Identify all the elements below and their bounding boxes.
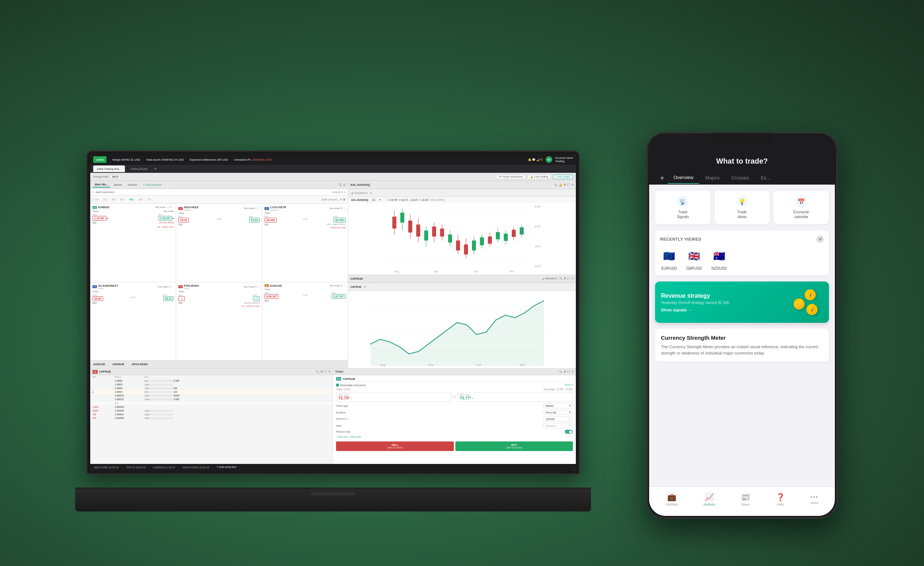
account-avatar[interactable]: AT — [546, 156, 552, 163]
ticket-expand[interactable]: ⛶ — [567, 370, 570, 373]
aal-search-icon[interactable]: 🔍 — [554, 183, 557, 186]
tab-add[interactable]: + — [153, 166, 158, 171]
amount-200: 200 — [103, 198, 107, 201]
depth-search[interactable]: 🔍 — [316, 370, 319, 373]
nav-help[interactable]: ❓ Help — [776, 492, 785, 506]
ticket-settings[interactable]: ⚙ — [564, 370, 566, 373]
ticket-close[interactable]: ✕ — [572, 370, 574, 373]
sell-execute-btn[interactable]: SELLLIMIT @ 100'000 — [336, 441, 454, 451]
five-sell-btn[interactable]: --- — [178, 296, 185, 301]
cov-sell-btn[interactable]: 46.450 — [264, 218, 277, 222]
depth-settings[interactable]: ⚙ — [321, 370, 323, 373]
aal-settings-icon[interactable]: ⚙ — [564, 183, 566, 186]
ask-1: 5.5M — [174, 380, 196, 382]
show-signals-btn[interactable]: Show signals → — [661, 308, 786, 312]
chfrub-indicators[interactable]: 📊 Indicators — [541, 277, 557, 280]
sell-arrow[interactable]: ▾ — [350, 397, 351, 399]
phone-star-btn[interactable]: ★ — [657, 171, 668, 184]
ticket-range-row: Today -0.31% Day range: 73.756 - 74.901 — [336, 388, 573, 390]
stoploss-btn[interactable]: + Stop loss / Take profit — [336, 435, 361, 439]
accor-buy-btn[interactable]: 26.41 — [163, 296, 174, 301]
deliverable-checkbox[interactable]: ✓ — [336, 384, 339, 387]
revenue-banner[interactable]: Revenue strategy Yesterday Dronoff strat… — [655, 282, 829, 323]
currency-nzdusd[interactable]: 🇦🇺 NZDUSD — [710, 247, 728, 270]
currency-eurusd[interactable]: 🇪🇺 EURUSD — [660, 247, 678, 270]
add-widget-btn[interactable]: + Add widget — [553, 175, 573, 179]
recently-viewed-close[interactable]: ✕ — [816, 236, 824, 243]
chfrub-search-icon[interactable]: 🔍 — [559, 277, 562, 280]
depth-row-9: 1M 1.68491 2AM — [90, 413, 333, 416]
aal-close-icon[interactable]: ✕ — [572, 183, 574, 186]
chfrub-expand-icon[interactable]: ⛶ — [567, 278, 570, 280]
audcad-sell-btn[interactable]: 0.66 38⁵ — [264, 294, 279, 299]
svg-rect-22 — [456, 241, 460, 251]
phone-card-signals[interactable]: 📡 TradeSignals — [655, 191, 711, 224]
aal-bell-icon[interactable]: 🔔 — [559, 183, 562, 186]
ticket-search[interactable]: 🔍 — [559, 370, 562, 373]
reduce-only-toggle[interactable] — [565, 430, 573, 434]
depth-expand[interactable]: ⛶ — [324, 370, 327, 373]
nav-portfolio[interactable]: 💼 Portfolio — [666, 492, 678, 506]
five-buy-btn[interactable]: --- — [253, 296, 260, 301]
watchlist-tab-add[interactable]: + Add watchlist — [141, 182, 164, 187]
cov-buy-btn[interactable]: 46.750 — [333, 218, 346, 222]
nav-news[interactable]: 📰 News — [741, 492, 750, 506]
lock-trading-btn[interactable]: 🔒 Lock trading — [528, 175, 551, 179]
phone-tab-crosses[interactable]: Crosses — [725, 172, 755, 183]
more-link[interactable]: More ▾ — [565, 384, 573, 387]
add-instrument-input[interactable]: Add instrument — [96, 191, 332, 194]
phone-card-ideas[interactable]: 💡 TradeIdeas — [714, 191, 770, 224]
grid-icon[interactable]: ⊞ — [343, 198, 346, 201]
tab-board[interactable]: Trading Board — [126, 165, 151, 172]
buy-execute-btn[interactable]: BUYLIMIT @ 100'000 — [455, 441, 573, 451]
svg-text:16.00: 16.00 — [535, 265, 541, 267]
watchlist-search-icon[interactable]: 🔍 — [338, 183, 342, 186]
audcad-name: AUDCAD — [270, 284, 282, 287]
eurnzd-sell-btn[interactable]: 1.33 89³ — [93, 216, 106, 221]
accor-sell-btn[interactable]: 26.90 — [93, 296, 103, 301]
watchlist-tab-main[interactable]: Main Wa... — [93, 182, 110, 188]
phone-card-calendar[interactable]: 📅 Economiccalendar — [773, 191, 829, 224]
buy-arrow[interactable]: ▾ — [472, 397, 473, 399]
audcad-buy-btn[interactable]: 1.27 10¹ — [332, 294, 346, 299]
chfrub-close-icon[interactable]: ✕ — [572, 277, 574, 280]
nav-markets[interactable]: 📈 Markets — [704, 492, 715, 506]
chfrub-eye[interactable]: 👁 — [364, 285, 366, 288]
amount-ticket-input[interactable]: 100'000 ⋮ — [543, 416, 573, 422]
aal-compare[interactable]: ⊕ — [370, 192, 372, 195]
edit-time-btn[interactable]: ✎ Edit world time — [217, 466, 237, 469]
order-type-select[interactable]: Market ▾ — [543, 403, 573, 408]
tab-initial[interactable]: Initial Trading Boa... — [93, 165, 125, 172]
pricing-mode-btn[interactable]: BEST — [111, 175, 121, 179]
enter-amount[interactable]: Enter amount... — [321, 198, 339, 201]
aal-period[interactable]: 1D — [370, 198, 377, 201]
filter-icon[interactable]: ≡ — [340, 198, 342, 201]
watchlist-settings-icon[interactable]: ⚙ — [343, 183, 346, 186]
hkex-buy-btn[interactable]: 16.34 — [249, 218, 260, 222]
aal-indicators[interactable]: 📊 Indicators ▾ — [350, 192, 368, 195]
duration-select[interactable]: Fill or Kill ▾ — [543, 410, 573, 415]
depth-close[interactable]: ✕ — [328, 370, 330, 373]
watchlist-tab-futures[interactable]: Futures — [126, 182, 139, 187]
phone-tab-ex[interactable]: Ex... — [755, 172, 776, 183]
watchlist-tab-bonds[interactable]: Bonds — [112, 182, 124, 187]
currency-gbpusd[interactable]: 🇬🇧 GBPUSD — [685, 247, 703, 270]
accor-spread: 0.06 — [131, 296, 135, 299]
hkex-sell-btn[interactable]: 16.32 — [178, 218, 189, 222]
pricing-label: Pricing mode — [93, 176, 108, 178]
ticket-panel: Ticket 🔍 ⚙ ⛶ ✕ — [333, 368, 576, 464]
amount-row: | 100 200 300 400 500 600 700 Enter amou… — [90, 196, 348, 204]
price-9: 1.68491 — [115, 413, 144, 416]
eurnzd-buy-btn[interactable]: 1.39 05² — [158, 216, 172, 221]
freeze-dashboard-btn[interactable]: ❄ Freeze dashboard — [496, 175, 525, 179]
settings-icon[interactable]: ≡ — [344, 191, 346, 194]
phone-tab-overview[interactable]: Overview — [668, 172, 699, 184]
close-icon[interactable]: ✕ — [341, 191, 344, 194]
aal-expand-icon[interactable]: ⛶ — [567, 183, 570, 186]
aal-eye-icon[interactable]: 👁 — [379, 199, 382, 201]
nav-more[interactable]: ••• More — [810, 494, 818, 505]
phone-tab-majors[interactable]: Majors — [699, 172, 725, 183]
eurnzd-ref: 10K @1.60209 — [159, 221, 174, 224]
chfrub-settings-icon[interactable]: ⚙ — [564, 277, 566, 280]
label-select[interactable]: Disabled ▾ — [543, 423, 573, 428]
